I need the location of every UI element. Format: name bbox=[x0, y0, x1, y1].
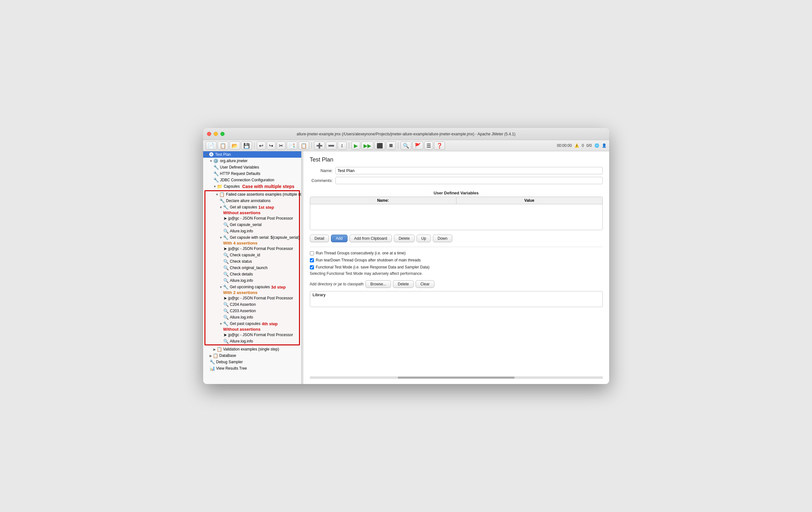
add-button[interactable]: ➕ bbox=[314, 142, 325, 150]
main-window: allure-jmeter-example.jmx (/Users/alexey… bbox=[203, 128, 609, 384]
get-past-toggle[interactable]: ▼ bbox=[220, 322, 223, 326]
functional-test-mode-checkbox[interactable] bbox=[310, 265, 314, 269]
org-toggle[interactable]: ▼ bbox=[209, 159, 213, 163]
tree-item-allure-log-2[interactable]: 🔍 Allure.log.info bbox=[205, 277, 299, 284]
capsules-toggle[interactable]: ▼ bbox=[213, 185, 216, 188]
clear-button[interactable]: Clear bbox=[415, 280, 434, 288]
tree-item-check-details[interactable]: 🔍 Check details bbox=[205, 271, 299, 277]
tree-item-get-capsule-serial[interactable]: 🔍 Get capsule_serial bbox=[205, 221, 299, 228]
get-serial2-toggle[interactable]: ▼ bbox=[220, 236, 223, 239]
maximize-button[interactable] bbox=[221, 132, 225, 136]
open-button[interactable]: 📂 bbox=[229, 142, 240, 150]
up-button[interactable]: Up bbox=[416, 235, 431, 242]
tree-item-jp-json-4[interactable]: ➤ jp@gc - JSON Format Post Processor bbox=[205, 332, 299, 338]
tree-item-get-capsule-serial2[interactable]: ▼ 🔧 Get capsule with serial: ${capsule_s… bbox=[205, 234, 299, 241]
tree-item-jdbc[interactable]: 🔧 JDBC Connection Configuration bbox=[203, 177, 301, 183]
tree-item-declare-allure[interactable]: 🔧 Declare allure annotations bbox=[205, 198, 299, 204]
user-vars-icon: 🔧 bbox=[213, 165, 219, 170]
failed-case-icon: 📋 bbox=[219, 192, 225, 197]
scroll-thumb[interactable] bbox=[398, 377, 515, 379]
tree-item-capsules[interactable]: ▼ 📁 Capsules Case with multiple steps bbox=[203, 183, 301, 190]
check-original-icon: 🔍 bbox=[223, 265, 229, 270]
tree-item-get-past[interactable]: ▼ 🔧 Get past capsules 4th step bbox=[205, 321, 299, 327]
root-label: Test Plan bbox=[215, 152, 231, 157]
tree-item-get-upcoming[interactable]: ▼ 🔧 Get upcoming capsules 3d step bbox=[205, 284, 299, 290]
tree-item-check-status[interactable]: 🔍 Check status bbox=[205, 258, 299, 265]
search-button[interactable]: 🔍 bbox=[401, 142, 411, 150]
add-from-clipboard-button[interactable]: Add from Clipboard bbox=[349, 235, 392, 242]
redo-button[interactable]: ↪ bbox=[267, 142, 276, 150]
get-upcoming-label: Get upcoming capsules bbox=[230, 285, 270, 289]
undo-button[interactable]: ↩ bbox=[257, 142, 266, 150]
root-toggle[interactable]: ▼ bbox=[206, 153, 209, 156]
tree-item-http-defaults[interactable]: 🔧 HTTP Request Defaults bbox=[203, 171, 301, 177]
tree-item-c204[interactable]: 🔍 C204 Assertion bbox=[205, 301, 299, 308]
failed-case-label: Failed case assertions examples (multipl… bbox=[226, 192, 301, 197]
tree-item-jp-json-1[interactable]: ➤ jp@gc - JSON Format Post Processor bbox=[205, 215, 299, 221]
shutdown-button[interactable]: ⏹ bbox=[386, 142, 396, 150]
browse-button[interactable]: Browse... bbox=[366, 280, 391, 288]
run-teardown-checkbox[interactable] bbox=[310, 258, 314, 262]
help-button[interactable]: ❓ bbox=[434, 142, 445, 150]
jp-json-1-icon: ➤ bbox=[223, 216, 227, 221]
validation-toggle[interactable]: ▶ bbox=[213, 348, 216, 351]
failed-case-toggle[interactable]: ▼ bbox=[215, 193, 219, 196]
get-upcoming-toggle[interactable]: ▼ bbox=[220, 285, 223, 289]
tree-item-check-original-launch[interactable]: 🔍 Check original_launch bbox=[205, 265, 299, 271]
annotation-box: ▼ 📋 Failed case assertions examples (mul… bbox=[204, 190, 300, 345]
tree-item-check-capsule-id[interactable]: 🔍 Check capsule_id bbox=[205, 252, 299, 258]
jdbc-label: JDBC Connection Configuration bbox=[220, 178, 274, 182]
panel-title: Test Plan bbox=[310, 156, 603, 163]
add-button[interactable]: Add bbox=[331, 235, 347, 242]
tree-item-debug-sampler[interactable]: 🔧 Debug Sampler bbox=[203, 359, 301, 365]
step3-sublabel: With 2 assertions bbox=[223, 290, 258, 295]
tree-item-allure-log-3[interactable]: 🔍 Allure.log.info bbox=[205, 314, 299, 321]
cut-button[interactable]: ✂ bbox=[277, 142, 286, 150]
tree-item-view-results[interactable]: 📊 View Results Tree bbox=[203, 365, 301, 371]
horizontal-scrollbar[interactable] bbox=[310, 377, 603, 379]
tree-item-jp-json-2[interactable]: ➤ jp@gc - JSON Format Post Processor bbox=[205, 245, 299, 252]
run-button[interactable]: ▶ bbox=[351, 142, 360, 150]
run-no-pause-button[interactable]: ▶▶ bbox=[361, 142, 373, 150]
database-toggle[interactable]: ▶ bbox=[209, 354, 212, 358]
tree-item-jp-json-3[interactable]: ➤ jp@gc - JSON Format Post Processor bbox=[205, 295, 299, 301]
clear-button[interactable]: ↕ bbox=[338, 142, 347, 150]
toolbar-right: 00:00:00 ⚠️ 0 0/0 🌐 👤 bbox=[557, 143, 606, 148]
capsules-label: Capsules bbox=[224, 184, 239, 189]
flag-button[interactable]: 🚩 bbox=[412, 142, 423, 150]
name-row: Name: bbox=[310, 167, 603, 174]
tree-item-c203[interactable]: 🔍 C203 Assertion bbox=[205, 308, 299, 314]
tree-item-database[interactable]: ▶ 📋 DataBase bbox=[203, 352, 301, 359]
tree-item-failed-case[interactable]: ▼ 📋 Failed case assertions examples (mul… bbox=[205, 191, 299, 198]
run-teardown-row: Run tearDown Thread Groups after shutdow… bbox=[310, 258, 603, 262]
functional-test-mode-label: Functional Test Mode (i.e. save Response… bbox=[316, 265, 430, 269]
tree-item-user-vars[interactable]: 🔧 User Defined Variables bbox=[203, 164, 301, 171]
name-input[interactable] bbox=[336, 167, 603, 174]
minimize-button[interactable] bbox=[214, 132, 218, 136]
down-button[interactable]: Down bbox=[433, 235, 452, 242]
tree-item-get-all-capsules[interactable]: ▼ 🔧 Get all capsules 1st step bbox=[205, 204, 299, 210]
new-button[interactable]: 📄 bbox=[206, 142, 216, 150]
get-capsule-serial-label: Get capsule_serial bbox=[230, 222, 262, 227]
close-button[interactable] bbox=[207, 132, 211, 136]
templates-button[interactable]: 📋 bbox=[218, 142, 228, 150]
get-all-toggle[interactable]: ▼ bbox=[220, 206, 223, 209]
tree-root[interactable]: ▼ 🅐 Test Plan bbox=[203, 151, 301, 158]
delete-button[interactable]: Delete bbox=[394, 235, 415, 242]
stop-button[interactable]: ⬛ bbox=[374, 142, 385, 150]
tree-item-allure-log-4[interactable]: 🔍 Allure.log.info bbox=[205, 338, 299, 344]
comments-input[interactable] bbox=[336, 177, 603, 184]
remove-button[interactable]: ➖ bbox=[326, 142, 337, 150]
save-button[interactable]: 💾 bbox=[241, 142, 252, 150]
paste-button[interactable]: 📋 bbox=[298, 142, 309, 150]
tree-item-validation[interactable]: ▶ 📋 Validation examples (single step) bbox=[203, 346, 301, 352]
classpath-delete-button[interactable]: Delete bbox=[393, 280, 414, 288]
user-vars-label: User Defined Variables bbox=[220, 165, 259, 170]
detail-button[interactable]: Detail bbox=[310, 235, 329, 242]
tree-item-org[interactable]: ▼ ⚙️ org.allure.jmeter bbox=[203, 158, 301, 164]
run-thread-groups-checkbox[interactable] bbox=[310, 251, 314, 255]
get-serial2-icon: 🔧 bbox=[223, 235, 228, 240]
tree-item-allure-log-1[interactable]: 🔍 Allure.log.info bbox=[205, 228, 299, 234]
list-button[interactable]: ☰ bbox=[424, 142, 433, 150]
copy-button[interactable]: 📑 bbox=[287, 142, 297, 150]
